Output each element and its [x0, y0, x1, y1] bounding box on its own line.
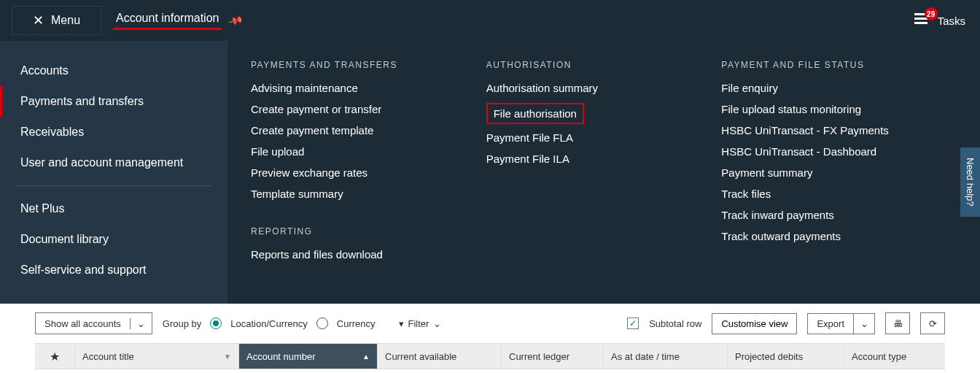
topbar-left: ✕ Menu Account information 📌 [0, 0, 241, 41]
print-button[interactable]: 🖶 [885, 312, 910, 334]
topbar-right: 29 Tasks [914, 0, 965, 41]
link-payment-file-fla[interactable]: Payment File FLA [486, 131, 722, 144]
show-accounts-label: Show all accounts [36, 318, 130, 329]
menu-label: Menu [51, 14, 80, 27]
filter-button[interactable]: ▾ Filter ⌄ [399, 318, 442, 329]
col-as-at[interactable]: As at date / time [604, 344, 728, 369]
col-account-number[interactable]: Account number▲ [239, 344, 378, 369]
content: Show all accounts ⌄ Group by Location/Cu… [0, 304, 980, 369]
link-file-enquiry[interactable]: File enquiry [721, 82, 957, 94]
link-unitransact-fx[interactable]: HSBC UniTransact - FX Payments [721, 124, 957, 136]
radio-location-currency[interactable] [210, 318, 222, 329]
sidebar-divider [16, 185, 211, 186]
opt-currency[interactable]: Currency [337, 318, 376, 329]
link-file-upload-status[interactable]: File upload status monitoring [721, 103, 957, 115]
link-unitransact-dashboard[interactable]: HSBC UniTransact - Dashboard [721, 145, 957, 158]
star-icon: ★ [50, 350, 60, 364]
link-payment-file-ila[interactable]: Payment File ILA [486, 153, 722, 165]
sidebar-item-user-mgmt[interactable]: User and account management [0, 147, 228, 178]
show-accounts-select[interactable]: Show all accounts ⌄ [35, 312, 152, 334]
pin-icon[interactable]: 📌 [228, 12, 244, 28]
link-template-summary[interactable]: Template summary [251, 188, 486, 200]
account-information-tab[interactable]: Account information [113, 12, 222, 30]
col-status: PAYMENT AND FILE STATUS File enquiry Fil… [721, 60, 957, 285]
payments-heading: PAYMENTS AND TRANSFERS [251, 60, 486, 70]
tasks-label[interactable]: Tasks [938, 15, 965, 27]
radio-currency[interactable] [316, 318, 328, 329]
chevron-down-icon[interactable]: ⌄ [853, 313, 875, 334]
refresh-button[interactable]: ⟳ [920, 312, 945, 334]
link-create-payment[interactable]: Create payment or transfer [251, 103, 486, 115]
link-track-inward[interactable]: Track inward payments [721, 209, 957, 221]
col-current-available[interactable]: Current available [378, 344, 502, 369]
toolbar-right: ✓ Subtotal row Customise view Export ⌄ 🖶… [627, 312, 945, 334]
col-account-type[interactable]: Account type [844, 344, 945, 369]
chevron-down-icon: ⌄ [433, 318, 441, 329]
refresh-icon: ⟳ [929, 318, 937, 329]
subtotal-checkbox[interactable]: ✓ [627, 318, 639, 329]
megamenu-panel: PAYMENTS AND TRANSFERS Advising maintena… [228, 41, 980, 304]
menu-button[interactable]: ✕ Menu [12, 6, 101, 35]
reporting-heading: REPORTING [251, 226, 486, 237]
topbar: ✕ Menu Account information 📌 29 Tasks [0, 0, 980, 41]
link-file-authorisation[interactable]: File authorisation [486, 103, 584, 124]
col-current-ledger[interactable]: Current ledger [502, 344, 604, 369]
link-track-files[interactable]: Track files [721, 188, 957, 200]
tasks-count-badge: 29 [925, 7, 938, 20]
export-label: Export [807, 313, 853, 334]
toolbar: Show all accounts ⌄ Group by Location/Cu… [0, 304, 980, 343]
need-help-tab[interactable]: Need help? [960, 147, 980, 217]
sidebar: Accounts Payments and transfers Receivab… [0, 41, 228, 304]
link-payment-summary[interactable]: Payment summary [721, 166, 957, 179]
link-reports-download[interactable]: Reports and files download [251, 248, 486, 261]
sidebar-item-doclib[interactable]: Document library [0, 224, 228, 255]
col-authorisation: AUTHORISATION Authorisation summary File… [486, 60, 722, 285]
sidebar-item-payments[interactable]: Payments and transfers [0, 86, 228, 117]
sort-asc-icon: ▲ [362, 353, 370, 361]
sidebar-item-accounts[interactable]: Accounts [0, 55, 228, 86]
link-advising-maintenance[interactable]: Advising maintenance [251, 82, 486, 94]
status-heading: PAYMENT AND FILE STATUS [721, 60, 957, 70]
auth-heading: AUTHORISATION [486, 60, 722, 70]
subtotal-label: Subtotal row [649, 318, 701, 329]
tasks-icon[interactable]: 29 [914, 13, 932, 28]
sidebar-item-selfservice[interactable]: Self-service and support [0, 255, 228, 285]
col-projected-debits[interactable]: Projected debits [728, 344, 844, 369]
col-payments: PAYMENTS AND TRANSFERS Advising maintena… [251, 60, 486, 285]
link-track-outward[interactable]: Track outward payments [721, 230, 957, 242]
sort-icon: ▼ [224, 353, 231, 361]
sidebar-item-receivables[interactable]: Receivables [0, 117, 228, 147]
link-auth-summary[interactable]: Authorisation summary [486, 82, 722, 94]
megamenu: Accounts Payments and transfers Receivab… [0, 41, 980, 304]
link-file-upload[interactable]: File upload [251, 145, 486, 158]
print-icon: 🖶 [893, 318, 903, 329]
col-account-title[interactable]: Account title▼ [75, 344, 239, 369]
opt-location-currency[interactable]: Location/Currency [230, 318, 308, 329]
chevron-down-icon: ⌄ [130, 318, 152, 329]
group-by-label: Group by [163, 318, 201, 329]
close-icon: ✕ [33, 12, 44, 28]
group-by: Group by Location/Currency Currency [163, 318, 376, 329]
customise-view-button[interactable]: Customise view [712, 313, 797, 334]
export-button[interactable]: Export ⌄ [807, 313, 875, 334]
link-create-template[interactable]: Create payment template [251, 124, 486, 136]
table-header: ★ Account title▼ Account number▲ Current… [35, 343, 945, 369]
col-favourite[interactable]: ★ [35, 344, 75, 369]
link-preview-rates[interactable]: Preview exchange rates [251, 166, 486, 179]
filter-label: Filter [408, 318, 429, 329]
sidebar-item-netplus[interactable]: Net Plus [0, 193, 228, 224]
funnel-icon: ▾ [399, 318, 404, 329]
